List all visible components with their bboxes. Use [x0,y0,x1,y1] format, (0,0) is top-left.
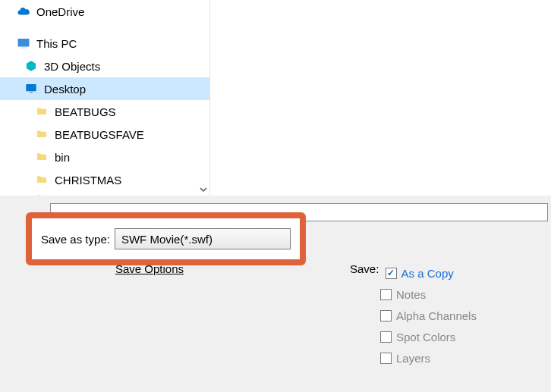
svg-rect-1 [21,47,26,49]
tree-label: bin [55,151,70,164]
folder-tree: OneDrive This PC 3D Objects Desktop BEAT… [0,0,209,196]
folder-icon [35,173,49,187]
pc-icon [17,36,30,50]
checkbox-label: Alpha Channels [396,309,477,322]
folder-icon [35,127,49,141]
checkbox-label: Layers [396,352,430,365]
save-as-type-label: Save as type: [41,233,110,246]
tree-label: BEATBUGS [55,105,116,118]
save-options-group: Save: As a Copy Notes Alpha Channels Spo… [350,262,477,368]
tree-item-folder[interactable]: CHRISTMAS [0,168,209,191]
save-as-type-value: SWF Movie(*.swf) [121,233,213,246]
checkbox-label: Notes [396,288,426,301]
checkbox-label[interactable]: As a Copy [401,267,454,280]
tree-label: 3D Objects [44,60,100,73]
checkbox-alpha-channels[interactable] [380,310,392,321]
tree-label: CHRISTMAS [55,174,121,187]
folder-icon [35,150,49,164]
checkbox-notes[interactable] [380,289,392,300]
tree-item-onedrive[interactable]: OneDrive [0,0,209,23]
tree-item-folder[interactable]: bin [0,146,209,168]
svg-rect-0 [18,39,30,47]
save-as-type-dropdown[interactable]: SWF Movie(*.swf) [115,228,291,249]
svg-rect-3 [30,92,33,93]
checkbox-spot-colors[interactable] [380,331,392,343]
monitor-icon [24,82,38,96]
checkbox-as-a-copy[interactable] [386,268,397,279]
save-as-type-highlight: Save as type: SWF Movie(*.swf) [26,212,306,265]
cloud-icon [17,5,30,18]
save-label: Save: [350,262,379,275]
checkbox-label: Spot Colors [396,331,455,343]
chevron-down-icon[interactable] [197,183,209,196]
file-list-pane[interactable] [209,0,551,196]
svg-rect-2 [26,84,36,91]
tree-label: BEATBUGSFAVE [55,128,144,141]
folder-icon [35,105,49,118]
cube-icon [24,59,38,73]
tree-item-desktop[interactable]: Desktop [0,77,209,100]
tree-label: This PC [36,37,77,50]
tree-label: OneDrive [36,5,84,18]
tree-item-folder[interactable]: BEATBUGSFAVE [0,123,209,146]
tree-item-3dobjects[interactable]: 3D Objects [0,55,209,77]
tree-label: Desktop [44,83,86,96]
checkbox-layers[interactable] [380,353,392,364]
tree-item-folder[interactable]: BEATBUGS [0,100,209,123]
tree-item-thispc[interactable]: This PC [0,32,209,55]
